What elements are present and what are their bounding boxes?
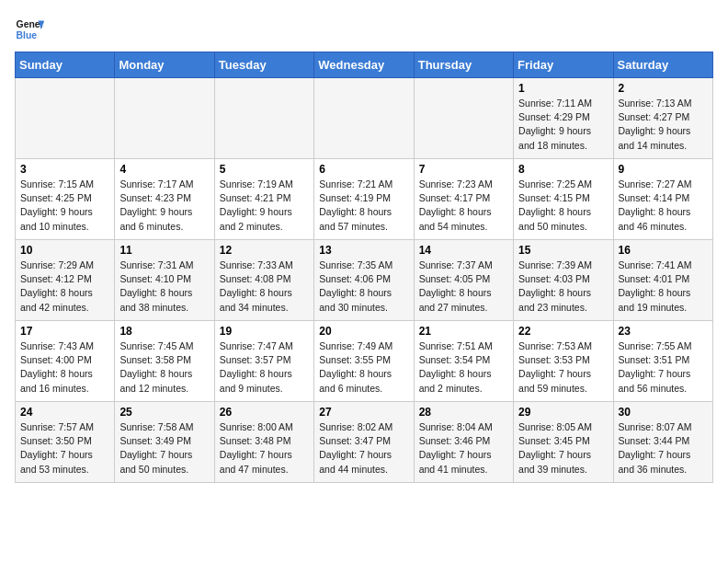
day-number: 29 [518,406,608,419]
calendar-cell: 29Sunrise: 8:05 AM Sunset: 3:45 PM Dayli… [514,402,613,483]
calendar-cell: 13Sunrise: 7:35 AM Sunset: 4:06 PM Dayli… [314,240,414,321]
calendar-week-row: 10Sunrise: 7:29 AM Sunset: 4:12 PM Dayli… [16,240,713,321]
calendar-cell [314,78,414,159]
day-number: 14 [419,244,508,257]
day-info: Sunrise: 7:33 AM Sunset: 4:08 PM Dayligh… [220,259,309,315]
calendar-cell: 2Sunrise: 7:13 AM Sunset: 4:27 PM Daylig… [613,78,712,159]
header-thursday: Thursday [414,52,513,78]
day-number: 9 [619,163,708,176]
calendar-cell [214,78,313,159]
day-number: 12 [220,244,309,257]
day-number: 26 [220,406,309,419]
day-info: Sunrise: 7:11 AM Sunset: 4:29 PM Dayligh… [518,97,608,153]
day-number: 23 [619,325,708,338]
day-number: 5 [220,163,309,176]
day-info: Sunrise: 7:13 AM Sunset: 4:27 PM Dayligh… [619,97,708,153]
calendar-cell: 16Sunrise: 7:41 AM Sunset: 4:01 PM Dayli… [613,240,712,321]
calendar-cell: 7Sunrise: 7:23 AM Sunset: 4:17 PM Daylig… [414,159,513,240]
day-number: 10 [20,244,109,257]
calendar-cell: 27Sunrise: 8:02 AM Sunset: 3:47 PM Dayli… [314,402,414,483]
calendar-cell: 3Sunrise: 7:15 AM Sunset: 4:25 PM Daylig… [16,159,115,240]
calendar-cell: 26Sunrise: 8:00 AM Sunset: 3:48 PM Dayli… [214,402,313,483]
calendar-cell: 14Sunrise: 7:37 AM Sunset: 4:05 PM Dayli… [414,240,513,321]
day-number: 30 [619,406,708,419]
day-info: Sunrise: 8:05 AM Sunset: 3:45 PM Dayligh… [518,420,608,477]
calendar-cell: 9Sunrise: 7:27 AM Sunset: 4:14 PM Daylig… [613,159,712,240]
logo: General Blue [15,15,48,44]
day-info: Sunrise: 7:47 AM Sunset: 3:57 PM Dayligh… [220,339,309,396]
day-info: Sunrise: 7:53 AM Sunset: 3:53 PM Dayligh… [518,339,608,396]
day-info: Sunrise: 8:00 AM Sunset: 3:48 PM Dayligh… [220,420,309,477]
calendar-cell: 21Sunrise: 7:51 AM Sunset: 3:54 PM Dayli… [414,321,513,402]
day-number: 17 [20,325,109,338]
day-info: Sunrise: 7:31 AM Sunset: 4:10 PM Dayligh… [119,259,209,315]
day-info: Sunrise: 7:45 AM Sunset: 3:58 PM Dayligh… [119,339,209,396]
day-number: 28 [419,406,508,419]
day-number: 24 [20,406,109,419]
day-info: Sunrise: 7:25 AM Sunset: 4:15 PM Dayligh… [518,178,608,234]
day-number: 19 [220,325,309,338]
svg-text:Blue: Blue [17,30,38,40]
calendar-cell: 23Sunrise: 7:55 AM Sunset: 3:51 PM Dayli… [613,321,712,402]
calendar-week-row: 1Sunrise: 7:11 AM Sunset: 4:29 PM Daylig… [16,78,713,159]
calendar-cell: 5Sunrise: 7:19 AM Sunset: 4:21 PM Daylig… [214,159,313,240]
calendar-week-row: 24Sunrise: 7:57 AM Sunset: 3:50 PM Dayli… [16,402,713,483]
day-info: Sunrise: 7:27 AM Sunset: 4:14 PM Dayligh… [619,178,708,234]
header-monday: Monday [115,52,214,78]
day-info: Sunrise: 7:29 AM Sunset: 4:12 PM Dayligh… [20,259,109,315]
day-number: 7 [419,163,508,176]
day-number: 6 [319,163,408,176]
day-info: Sunrise: 7:57 AM Sunset: 3:50 PM Dayligh… [20,420,109,477]
calendar-cell [414,78,513,159]
page-header: General Blue [15,15,713,44]
header-tuesday: Tuesday [214,52,313,78]
calendar-cell: 28Sunrise: 8:04 AM Sunset: 3:46 PM Dayli… [414,402,513,483]
calendar-week-row: 3Sunrise: 7:15 AM Sunset: 4:25 PM Daylig… [16,159,713,240]
header-saturday: Saturday [613,52,712,78]
day-number: 11 [119,244,209,257]
calendar-cell: 12Sunrise: 7:33 AM Sunset: 4:08 PM Dayli… [214,240,313,321]
day-info: Sunrise: 7:19 AM Sunset: 4:21 PM Dayligh… [220,178,309,234]
calendar-cell: 20Sunrise: 7:49 AM Sunset: 3:55 PM Dayli… [314,321,414,402]
day-info: Sunrise: 7:15 AM Sunset: 4:25 PM Dayligh… [20,178,109,234]
day-number: 4 [119,163,209,176]
day-info: Sunrise: 7:39 AM Sunset: 4:03 PM Dayligh… [518,259,608,315]
day-info: Sunrise: 7:51 AM Sunset: 3:54 PM Dayligh… [419,339,508,396]
calendar-cell: 19Sunrise: 7:47 AM Sunset: 3:57 PM Dayli… [214,321,313,402]
day-info: Sunrise: 7:41 AM Sunset: 4:01 PM Dayligh… [619,259,708,315]
header-friday: Friday [514,52,613,78]
calendar-cell: 18Sunrise: 7:45 AM Sunset: 3:58 PM Dayli… [115,321,214,402]
day-number: 25 [119,406,209,419]
calendar-cell: 15Sunrise: 7:39 AM Sunset: 4:03 PM Dayli… [514,240,613,321]
logo-icon: General Blue [15,15,44,44]
day-info: Sunrise: 7:23 AM Sunset: 4:17 PM Dayligh… [419,178,508,234]
day-number: 13 [319,244,408,257]
calendar-cell: 22Sunrise: 7:53 AM Sunset: 3:53 PM Dayli… [514,321,613,402]
calendar-cell [115,78,214,159]
calendar-cell: 4Sunrise: 7:17 AM Sunset: 4:23 PM Daylig… [115,159,214,240]
calendar-cell: 30Sunrise: 8:07 AM Sunset: 3:44 PM Dayli… [613,402,712,483]
day-info: Sunrise: 8:07 AM Sunset: 3:44 PM Dayligh… [619,420,708,477]
day-info: Sunrise: 7:43 AM Sunset: 4:00 PM Dayligh… [20,339,109,396]
calendar-cell: 17Sunrise: 7:43 AM Sunset: 4:00 PM Dayli… [16,321,115,402]
calendar-cell: 25Sunrise: 7:58 AM Sunset: 3:49 PM Dayli… [115,402,214,483]
day-info: Sunrise: 8:04 AM Sunset: 3:46 PM Dayligh… [419,420,508,477]
calendar-cell: 8Sunrise: 7:25 AM Sunset: 4:15 PM Daylig… [514,159,613,240]
day-number: 18 [119,325,209,338]
day-number: 20 [319,325,408,338]
calendar-header-row: SundayMondayTuesdayWednesdayThursdayFrid… [16,52,713,78]
day-info: Sunrise: 7:21 AM Sunset: 4:19 PM Dayligh… [319,178,408,234]
day-number: 3 [20,163,109,176]
day-number: 21 [419,325,508,338]
day-number: 27 [319,406,408,419]
day-info: Sunrise: 8:02 AM Sunset: 3:47 PM Dayligh… [319,420,408,477]
day-number: 16 [619,244,708,257]
day-info: Sunrise: 7:35 AM Sunset: 4:06 PM Dayligh… [319,259,408,315]
day-number: 15 [518,244,608,257]
day-info: Sunrise: 7:58 AM Sunset: 3:49 PM Dayligh… [119,420,209,477]
calendar-cell: 6Sunrise: 7:21 AM Sunset: 4:19 PM Daylig… [314,159,414,240]
calendar-table: SundayMondayTuesdayWednesdayThursdayFrid… [15,52,713,483]
calendar-cell: 10Sunrise: 7:29 AM Sunset: 4:12 PM Dayli… [16,240,115,321]
calendar-cell: 24Sunrise: 7:57 AM Sunset: 3:50 PM Dayli… [16,402,115,483]
calendar-cell: 1Sunrise: 7:11 AM Sunset: 4:29 PM Daylig… [514,78,613,159]
